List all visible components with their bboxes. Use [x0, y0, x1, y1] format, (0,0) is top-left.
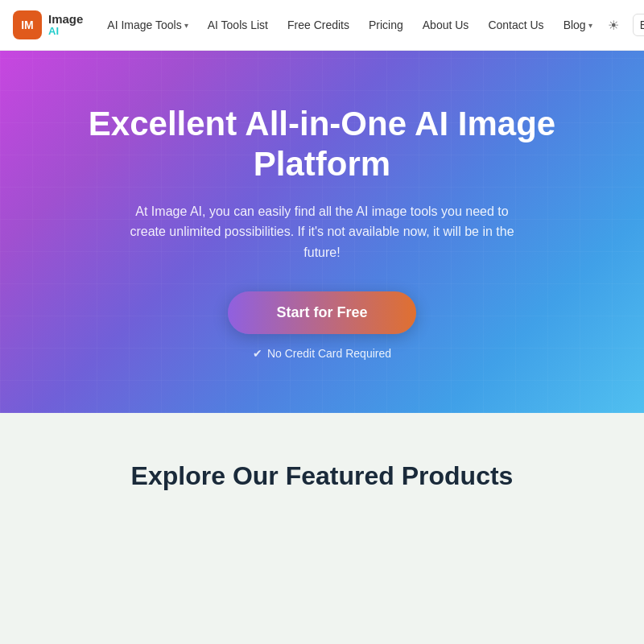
nav-links: AI Image Tools ▾ AI Tools List Free Cred… [99, 14, 600, 36]
nav-ai-image-tools[interactable]: AI Image Tools ▾ [99, 14, 196, 36]
nav-blog[interactable]: Blog ▾ [555, 14, 601, 36]
featured-title: Explore Our Featured Products [131, 461, 514, 491]
language-label: English [640, 19, 644, 31]
no-credit-card-notice: ✔ No Credit Card Required [253, 347, 391, 360]
nav-pricing[interactable]: Pricing [361, 14, 411, 36]
nav-free-credits[interactable]: Free Credits [279, 14, 357, 36]
logo-text: Image AI [48, 13, 83, 38]
nav-right: ☀ English ▾ [601, 12, 644, 38]
check-circle-icon: ✔ [253, 347, 262, 360]
hero-section: Excellent All-in-One AI Image Platform A… [0, 51, 644, 413]
chevron-down-icon: ▾ [588, 21, 592, 30]
theme-toggle-button[interactable]: ☀ [601, 12, 626, 38]
sun-icon: ☀ [608, 18, 619, 33]
nav-about-us[interactable]: About Us [415, 14, 477, 36]
nav-ai-tools-list[interactable]: AI Tools List [200, 14, 276, 36]
language-selector[interactable]: English ▾ [633, 14, 644, 36]
featured-section: Explore Our Featured Products [0, 413, 644, 644]
nav-contact-us[interactable]: Contact Us [480, 14, 551, 36]
logo-icon: IM [13, 10, 42, 39]
navbar: IM Image AI AI Image Tools ▾ AI Tools Li… [0, 0, 644, 51]
hero-title: Excellent All-in-One AI Image Platform [80, 104, 564, 185]
logo[interactable]: IM Image AI [13, 10, 83, 39]
hero-subtitle: At Image AI, you can easily find all the… [121, 201, 523, 263]
chevron-down-icon: ▾ [184, 21, 188, 30]
start-for-free-button[interactable]: Start for Free [228, 291, 415, 334]
